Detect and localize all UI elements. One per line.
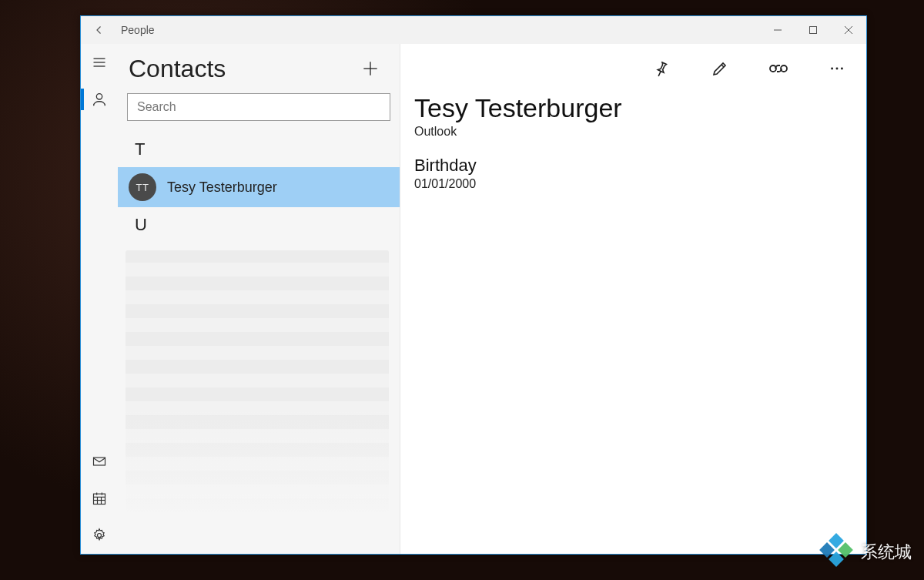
field-label: Birthday — [414, 156, 852, 176]
close-icon — [844, 25, 853, 35]
contacts-heading: Contacts — [129, 55, 226, 83]
contacts-list-pane: Contacts T TT Tesy Testerburger U — [118, 44, 400, 554]
back-button[interactable] — [81, 16, 118, 44]
nav-calendar[interactable] — [81, 480, 118, 517]
watermark-logo-icon — [819, 535, 853, 569]
maximize-icon — [808, 25, 818, 35]
close-button[interactable] — [831, 16, 866, 44]
field-birthday: Birthday 01/01/2000 — [414, 156, 852, 191]
more-button[interactable] — [822, 53, 852, 84]
more-icon — [829, 60, 845, 77]
minimize-button[interactable] — [760, 16, 795, 44]
search-wrap — [118, 93, 400, 127]
mail-icon — [92, 454, 107, 469]
minimize-icon — [773, 25, 782, 35]
hamburger-button[interactable] — [81, 44, 118, 81]
arrow-left-icon — [92, 23, 106, 37]
gear-icon — [92, 528, 107, 543]
svg-point-16 — [98, 534, 102, 538]
site-watermark: 系统城 — [819, 535, 912, 569]
plus-icon — [360, 59, 380, 79]
detail-toolbar — [400, 44, 866, 93]
nav-mail[interactable] — [81, 443, 118, 480]
edit-button[interactable] — [705, 53, 735, 84]
svg-rect-1 — [810, 27, 817, 34]
link-icon — [768, 61, 788, 76]
link-button[interactable] — [763, 53, 794, 84]
svg-point-22 — [836, 68, 839, 70]
nav-rail — [81, 44, 118, 554]
contacts-header: Contacts — [118, 44, 400, 93]
contact-detail-pane: Tesy Testerburger Outlook Birthday 01/01… — [400, 44, 866, 554]
add-contact-button[interactable] — [355, 53, 386, 84]
hamburger-icon — [92, 55, 107, 70]
contact-item[interactable]: TT Tesy Testerburger — [118, 167, 400, 207]
pencil-icon — [711, 59, 729, 78]
calendar-icon — [92, 491, 107, 506]
pin-button[interactable] — [646, 53, 677, 84]
person-icon — [91, 91, 108, 108]
field-value: 01/01/2000 — [414, 177, 852, 191]
app-title: People — [118, 24, 155, 36]
nav-people[interactable] — [81, 81, 118, 118]
section-header-T[interactable]: T — [118, 132, 400, 167]
maximize-button[interactable] — [795, 16, 831, 44]
contacts-scroll[interactable]: T TT Tesy Testerburger U — [118, 127, 400, 554]
detail-content: Tesy Testerburger Outlook Birthday 01/01… — [400, 93, 866, 191]
contact-account: Outlook — [414, 125, 852, 139]
svg-point-21 — [831, 68, 833, 70]
avatar: TT — [129, 173, 156, 201]
nav-settings[interactable] — [81, 517, 118, 554]
titlebar: People — [81, 16, 866, 44]
pin-icon — [652, 59, 671, 78]
search-input[interactable] — [127, 93, 390, 121]
contact-detail-name: Tesy Testerburger — [414, 93, 852, 123]
section-header-U[interactable]: U — [118, 207, 400, 243]
svg-rect-9 — [94, 494, 105, 504]
svg-rect-8 — [94, 458, 105, 465]
svg-point-7 — [96, 94, 102, 99]
loading-placeholder — [126, 250, 389, 512]
svg-point-23 — [841, 68, 843, 70]
contact-name: Tesy Testerburger — [167, 179, 277, 196]
watermark-text: 系统城 — [861, 541, 912, 564]
people-app-window: People — [80, 15, 867, 555]
